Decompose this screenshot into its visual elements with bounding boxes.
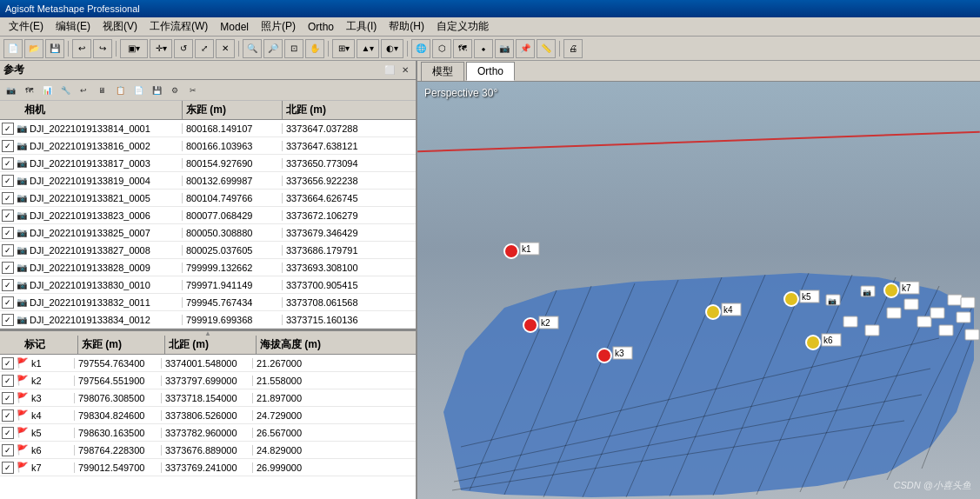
ref-btn-1[interactable]: 📷	[2, 82, 19, 99]
toolbar-new[interactable]: 📄	[3, 39, 23, 58]
ref-btn-5[interactable]: ↩	[75, 82, 92, 99]
ref-btn-scissors[interactable]: ✂	[184, 82, 202, 99]
menu-tools[interactable]: 工具(I)	[341, 17, 382, 36]
toolbar-select[interactable]: ▣▾	[120, 39, 148, 58]
mark-row-check[interactable]: ✓	[2, 375, 14, 387]
toolbar-zoom-out[interactable]: 🔎	[263, 39, 283, 58]
ref-row-camera-icon: 📷	[16, 262, 28, 274]
mark-row-check[interactable]: ✓	[2, 409, 14, 422]
toolbar-marker[interactable]: 📌	[516, 39, 535, 58]
ref-row-check[interactable]: ✓	[2, 296, 14, 309]
menu-model[interactable]: Model	[215, 19, 254, 35]
toolbar-fit[interactable]: ⊡	[284, 39, 303, 58]
ref-table-row[interactable]: ✓ 📷 DJI_20221019133817_0003 800154.92769…	[0, 155, 416, 172]
ref-btn-7[interactable]: 📋	[111, 82, 129, 99]
toolbar-shading[interactable]: ◐▾	[381, 39, 403, 58]
mark-table-row[interactable]: ✓ 🚩 k3 798076.308500 3373718.154000 21.8…	[0, 389, 416, 407]
toolbar-rotate[interactable]: ↺	[174, 39, 193, 58]
ref-close-btn[interactable]: ✕	[398, 63, 412, 77]
mark-row-check[interactable]: ✓	[2, 427, 14, 439]
ref-row-east: 799971.941149	[183, 280, 283, 290]
toolbar-render[interactable]: ▲▾	[357, 39, 379, 58]
ref-row-check[interactable]: ✓	[2, 140, 14, 152]
mark-row-check[interactable]: ✓	[2, 357, 14, 369]
ref-row-check[interactable]: ✓	[2, 192, 14, 204]
toolbar-scale[interactable]: ⤢	[195, 39, 214, 58]
mark-table-row[interactable]: ✓ 🚩 k4 798304.824600 3373806.526000 24.7…	[0, 407, 416, 424]
svg-rect-47	[930, 308, 944, 318]
toolbar-ortho-view[interactable]: 🗺	[453, 39, 472, 58]
mark-table-row[interactable]: ✓ 🚩 k6 798764.228300 3373676.889000 24.8…	[0, 442, 416, 459]
mark-row-check[interactable]: ✓	[2, 392, 14, 404]
mark-table-row[interactable]: ✓ 🚩 k7 799012.549700 3373769.241000 26.9…	[0, 459, 416, 476]
ref-table-row[interactable]: ✓ 📷 DJI_20221019133821_0005 800104.74976…	[0, 190, 416, 207]
ref-row-check[interactable]: ✓	[2, 123, 14, 135]
menu-edit[interactable]: 编辑(E)	[50, 17, 96, 36]
mark-table-row[interactable]: ✓ 🚩 k2 797564.551900 3373797.699000 21.5…	[0, 372, 416, 389]
ref-table-row[interactable]: ✓ 📷 DJI_20221019133814_0001 800168.14910…	[0, 120, 416, 137]
menu-help[interactable]: 帮助(H)	[383, 17, 430, 36]
toolbar-redo[interactable]: ↪	[93, 39, 112, 58]
ref-row-check[interactable]: ✓	[2, 227, 14, 239]
ref-btn-8[interactable]: 📄	[130, 82, 147, 99]
menu-workflow[interactable]: 工作流程(W)	[144, 17, 213, 36]
ref-table-row[interactable]: ✓ 📷 DJI_20221019133816_0002 800166.10396…	[0, 137, 416, 155]
toolbar-undo[interactable]: ↩	[72, 39, 91, 58]
tab-model[interactable]: 模型	[421, 62, 464, 81]
ref-btn-settings[interactable]: ⚙	[166, 82, 183, 99]
ref-row-check[interactable]: ✓	[2, 175, 14, 187]
ref-row-check[interactable]: ✓	[2, 314, 14, 326]
toolbar-zoom-in[interactable]: 🔍	[243, 39, 262, 58]
ref-table-row[interactable]: ✓ 📷 DJI_20221019133823_0006 800077.06842…	[0, 207, 416, 224]
main-layout: 参考 ⬜ ✕ 📷 🗺 📊 🔧 ↩ 🖥 📋 📄 💾 ⚙ ✂ 相	[0, 61, 980, 499]
ref-table-row[interactable]: ✓ 📷 DJI_20221019133825_0007 800050.30888…	[0, 224, 416, 242]
toolbar-dem[interactable]: ⬡	[432, 39, 451, 58]
ref-row-check[interactable]: ✓	[2, 262, 14, 274]
ref-table-body: ✓ 📷 DJI_20221019133814_0001 800168.14910…	[0, 120, 416, 329]
toolbar-pan[interactable]: ✋	[305, 39, 324, 58]
toolbar-print[interactable]: 🖨	[563, 39, 583, 58]
mark-row-check[interactable]: ✓	[2, 444, 14, 456]
menu-ortho[interactable]: Ortho	[303, 19, 339, 35]
ref-table-row[interactable]: ✓ 📷 DJI_20221019133819_0004 800132.69998…	[0, 172, 416, 190]
toolbar-open[interactable]: 📂	[24, 39, 43, 58]
ref-btn-6[interactable]: 🖥	[93, 82, 110, 99]
ref-btn-9[interactable]: 💾	[148, 82, 165, 99]
ref-row-east: 799945.767434	[183, 297, 283, 308]
mark-row-name: k3	[31, 393, 75, 403]
mark-table-row[interactable]: ✓ 🚩 k1 797554.763400 3374001.548000 21.2…	[0, 355, 416, 372]
perspective-label: Perspective 30°	[424, 87, 497, 99]
mark-row-name: k2	[31, 376, 75, 386]
ref-btn-2[interactable]: 🗺	[20, 82, 37, 99]
menu-file[interactable]: 文件(E)	[3, 17, 49, 36]
toolbar-scalebar[interactable]: 📏	[537, 39, 556, 58]
ref-row-check[interactable]: ✓	[2, 244, 14, 256]
ref-btn-4[interactable]: 🔧	[57, 82, 74, 99]
ref-row-check[interactable]: ✓	[2, 279, 14, 291]
ref-table-row[interactable]: ✓ 📷 DJI_20221019133828_0009 799999.13266…	[0, 259, 416, 276]
menu-view[interactable]: 视图(V)	[97, 17, 143, 36]
menu-photo[interactable]: 照片(P)	[256, 17, 301, 36]
toolbar-model[interactable]: 🌐	[411, 39, 430, 58]
toolbar-grid-toggle[interactable]: ⊞▾	[332, 39, 355, 58]
mark-table-row[interactable]: ✓ 🚩 k5 798630.163500 3373782.960000 26.5…	[0, 424, 416, 442]
mark-flag-icon: 🚩	[16, 461, 30, 475]
ref-table-row[interactable]: ✓ 📷 DJI_20221019133830_0010 799971.94114…	[0, 276, 416, 294]
toolbar-camera[interactable]: 📷	[495, 39, 514, 58]
view-canvas[interactable]: k1 k2 k3 k4 k5 k6	[417, 82, 980, 499]
tab-ortho[interactable]: Ortho	[466, 62, 515, 81]
mark-row-name: k5	[31, 428, 75, 438]
toolbar-cross[interactable]: ✕	[216, 39, 235, 58]
ref-table-row[interactable]: ✓ 📷 DJI_20221019133834_0012 799919.69936…	[0, 311, 416, 329]
ref-row-check[interactable]: ✓	[2, 210, 14, 222]
ref-btn-3[interactable]: 📊	[38, 82, 56, 99]
ref-table-row[interactable]: ✓ 📷 DJI_20221019133832_0011 799945.76743…	[0, 294, 416, 311]
mark-row-check[interactable]: ✓	[2, 462, 14, 474]
toolbar-save[interactable]: 💾	[45, 39, 64, 58]
toolbar-move[interactable]: ✛▾	[150, 39, 172, 58]
ref-minimize-btn[interactable]: ⬜	[383, 63, 397, 77]
ref-table-row[interactable]: ✓ 📷 DJI_20221019133827_0008 800025.03760…	[0, 242, 416, 259]
ref-row-check[interactable]: ✓	[2, 157, 14, 170]
toolbar-point[interactable]: ⬥	[474, 39, 493, 58]
menu-custom[interactable]: 自定义功能	[431, 17, 494, 36]
